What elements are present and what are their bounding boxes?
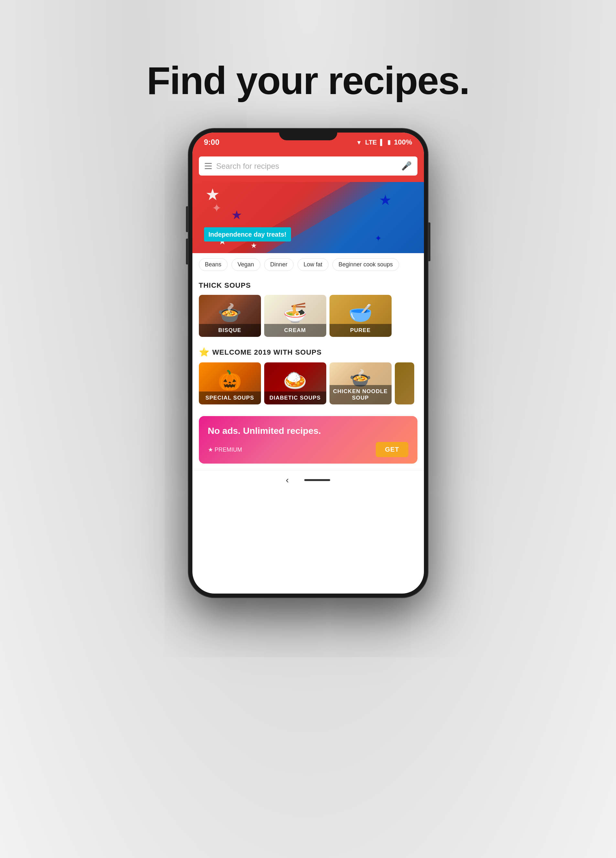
thick-soups-cards: BISQUE CREAM PUREE — [199, 295, 417, 342]
star-icon: ⭐ — [199, 347, 209, 357]
recipe-card-chicken[interactable]: CHICKEN NOODLE SOUP — [330, 362, 392, 404]
welcome-soups-cards: SPECIAL SOUPS DIABETIC SOUPS CHICKEN NOO… — [199, 362, 417, 410]
recipe-card-bisque[interactable]: BISQUE — [199, 295, 261, 337]
search-input[interactable]: Search for recipes 🎤 — [199, 157, 417, 176]
chicken-label: CHICKEN NOODLE SOUP — [330, 385, 392, 404]
volume-down-button — [186, 239, 188, 264]
volume-up-button — [186, 206, 188, 232]
phone-notch — [279, 129, 337, 140]
recipe-card-puree[interactable]: PUREE — [330, 295, 392, 337]
phone-screen: 9:00 LTE ▌ ▮ 100% Search for recipes 🎤 — [192, 132, 424, 594]
thick-soups-title: THICK SOUPS — [199, 281, 417, 290]
chip-vegan[interactable]: Vegan — [232, 258, 260, 271]
premium-footer: ★ PREMIUM GET — [208, 442, 408, 457]
microphone-icon[interactable]: 🎤 — [401, 161, 412, 171]
lte-indicator: LTE — [365, 139, 377, 146]
welcome-soups-section: ⭐ WELCOME 2019 WITH SOUPS SPECIAL SOUPS … — [192, 342, 424, 410]
banner-text: Independence day treats! — [204, 227, 291, 241]
battery-percent: 100% — [394, 138, 412, 146]
bottom-navigation: ‹ — [192, 470, 424, 488]
chip-dinner[interactable]: Dinner — [264, 258, 294, 271]
menu-icon[interactable] — [205, 163, 212, 169]
welcome-soups-title-row: ⭐ WELCOME 2019 WITH SOUPS — [199, 347, 417, 357]
category-chips-row: Beans Vegan Dinner Low fat Beginner cook… — [192, 253, 424, 276]
wifi-icon — [356, 138, 362, 146]
back-button[interactable]: ‹ — [286, 475, 289, 485]
puree-label: PUREE — [330, 324, 392, 337]
diabetic-label: DIABETIC SOUPS — [264, 392, 326, 404]
phone-device: 9:00 LTE ▌ ▮ 100% Search for recipes 🎤 — [188, 129, 428, 597]
bisque-label: BISQUE — [199, 324, 261, 337]
recipe-card-partial[interactable] — [395, 362, 414, 404]
chip-low-fat[interactable]: Low fat — [297, 258, 328, 271]
cream-label: CREAM — [264, 324, 326, 337]
premium-label: ★ PREMIUM — [208, 446, 242, 453]
signal-icon: ▌ — [380, 139, 384, 146]
get-premium-button[interactable]: GET — [376, 442, 408, 457]
premium-section: No ads. Unlimited recipes. ★ PREMIUM GET — [192, 410, 424, 470]
status-time: 9:00 — [204, 138, 219, 147]
special-label: SPECIAL SOUPS — [199, 392, 261, 404]
recipe-card-diabetic[interactable]: DIABETIC SOUPS — [264, 362, 326, 404]
recipe-card-special[interactable]: SPECIAL SOUPS — [199, 362, 261, 404]
thick-soups-section: THICK SOUPS BISQUE CREAM PUREE — [192, 276, 424, 342]
premium-card: No ads. Unlimited recipes. ★ PREMIUM GET — [199, 416, 417, 463]
chip-beans[interactable]: Beans — [199, 258, 228, 271]
search-bar-container: Search for recipes 🎤 — [192, 152, 424, 182]
home-indicator[interactable] — [304, 479, 330, 481]
welcome-soups-title: WELCOME 2019 WITH SOUPS — [212, 348, 322, 357]
page-headline: Find your recipes. — [147, 58, 470, 103]
battery-icon: ▮ — [387, 139, 390, 146]
promo-banner[interactable]: ★ ✦ ★ ★ ★ ✦ ★ Independence day treats! — [192, 182, 424, 253]
search-placeholder: Search for recipes — [216, 162, 397, 171]
banner-decoration: ★ ✦ ★ ★ ★ ✦ ★ — [192, 182, 424, 253]
premium-title: No ads. Unlimited recipes. — [208, 425, 408, 437]
chip-beginner[interactable]: Beginner cook soups — [333, 258, 399, 271]
recipe-card-cream[interactable]: CREAM — [264, 295, 326, 337]
power-button — [428, 222, 430, 261]
